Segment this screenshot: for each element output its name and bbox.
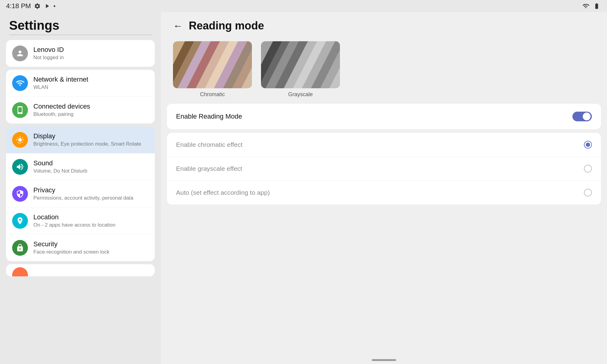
- location-subtitle: On - 2 apps have access to location: [33, 222, 115, 228]
- security-item[interactable]: Security Face-recognition and screen loc…: [6, 234, 155, 261]
- more-item[interactable]: [6, 264, 155, 276]
- location-title: Location: [33, 213, 115, 221]
- display-item[interactable]: Display Brightness, Eye protection mode,…: [6, 126, 155, 153]
- grayscale-effect-label: Enable grayscale effect: [176, 165, 242, 172]
- privacy-title: Privacy: [33, 186, 133, 194]
- auto-effect-radio[interactable]: [584, 189, 592, 197]
- privacy-item[interactable]: Privacy Permissions, account activity, p…: [6, 180, 155, 207]
- privacy-text: Privacy Permissions, account activity, p…: [33, 186, 133, 201]
- scroll-indicator: [372, 359, 396, 361]
- display-text: Display Brightness, Eye protection mode,…: [33, 132, 141, 147]
- lenovo-id-icon: [12, 46, 28, 61]
- more-icon: [12, 267, 28, 276]
- enable-reading-mode-label: Enable Reading Mode: [176, 113, 242, 120]
- toggle-knob: [583, 113, 591, 120]
- connected-devices-item[interactable]: Connected devices Bluetooth, pairing: [6, 97, 155, 123]
- swatches-row: Chromatic: [161, 38, 607, 104]
- gear-icon: [34, 3, 41, 9]
- back-button[interactable]: ←: [173, 21, 183, 31]
- reading-panel: ← Reading mode: [161, 12, 607, 364]
- sound-subtitle: Volume, Do Not Disturb: [33, 168, 87, 174]
- network-title: Network & internet: [33, 76, 88, 83]
- security-text: Security Face-recognition and screen loc…: [33, 240, 109, 255]
- chromatic-swatch-svg: [173, 41, 252, 88]
- sound-icon: [12, 159, 28, 175]
- main-settings-card: Display Brightness, Eye protection mode,…: [6, 126, 155, 261]
- lenovo-id-card: Lenovo ID Not logged in: [6, 40, 155, 67]
- time-display: 4:18 PM: [6, 2, 31, 10]
- play-icon: [44, 3, 50, 9]
- connected-devices-title: Connected devices: [33, 103, 90, 110]
- chromatic-effect-label: Enable chromatic effect: [176, 141, 242, 148]
- connected-devices-subtitle: Bluetooth, pairing: [33, 111, 90, 117]
- dot-indicator: •: [53, 3, 56, 10]
- status-icons: [582, 3, 601, 9]
- connected-devices-icon: [12, 102, 28, 118]
- lenovo-id-text: Lenovo ID Not logged in: [33, 46, 64, 61]
- settings-panel: Settings Lenovo ID Not logged in: [0, 12, 161, 364]
- reading-mode-title: Reading mode: [189, 19, 264, 32]
- grayscale-swatch-svg: [261, 41, 340, 88]
- grayscale-label: Grayscale: [288, 91, 313, 98]
- sound-text: Sound Volume, Do Not Disturb: [33, 159, 87, 174]
- reading-header: ← Reading mode: [161, 12, 607, 38]
- security-title: Security: [33, 240, 109, 248]
- sound-title: Sound: [33, 159, 87, 167]
- enable-reading-mode-toggle[interactable]: [572, 112, 592, 121]
- connected-devices-text: Connected devices Bluetooth, pairing: [33, 103, 90, 117]
- lenovo-id-item[interactable]: Lenovo ID Not logged in: [6, 40, 155, 67]
- display-subtitle: Brightness, Eye protection mode, Smart R…: [33, 141, 141, 147]
- display-icon: [12, 132, 28, 148]
- bottom-bar: [161, 356, 607, 364]
- battery-icon: [592, 3, 601, 9]
- chromatic-swatch-box: [173, 41, 252, 88]
- location-text: Location On - 2 apps have access to loca…: [33, 213, 115, 228]
- grayscale-swatch-item[interactable]: Grayscale: [261, 41, 340, 98]
- security-icon: [12, 240, 28, 256]
- settings-title: Settings: [6, 15, 155, 35]
- sound-item[interactable]: Sound Volume, Do Not Disturb: [6, 153, 155, 180]
- network-internet-item[interactable]: Network & internet WLAN: [6, 70, 155, 97]
- status-left: 4:18 PM •: [6, 2, 56, 10]
- enable-reading-mode-card: Enable Reading Mode: [167, 104, 601, 129]
- grayscale-option-row[interactable]: Enable grayscale effect: [167, 157, 601, 181]
- lenovo-id-title: Lenovo ID: [33, 46, 64, 54]
- chromatic-swatch-item[interactable]: Chromatic: [173, 41, 252, 98]
- chromatic-option-row[interactable]: Enable chromatic effect: [167, 133, 601, 157]
- location-icon: [12, 213, 28, 229]
- security-subtitle: Face-recognition and screen lock: [33, 249, 109, 255]
- display-title: Display: [33, 132, 141, 140]
- network-text: Network & internet WLAN: [33, 76, 88, 90]
- privacy-subtitle: Permissions, account activity, personal …: [33, 195, 133, 201]
- privacy-icon: [12, 186, 28, 202]
- lenovo-id-subtitle: Not logged in: [33, 55, 64, 61]
- auto-effect-label: Auto (set effect according to app): [176, 189, 270, 196]
- network-icon: [12, 75, 28, 91]
- grayscale-effect-radio[interactable]: [584, 165, 592, 173]
- chromatic-label: Chromatic: [200, 91, 225, 98]
- wifi-icon: [582, 3, 590, 9]
- chromatic-effect-radio[interactable]: [584, 141, 592, 149]
- network-subtitle: WLAN: [33, 84, 88, 90]
- reading-options-card: Enable chromatic effect Enable grayscale…: [167, 133, 601, 204]
- more-card: [6, 264, 155, 276]
- network-group-card: Network & internet WLAN Connected device…: [6, 70, 155, 123]
- location-item[interactable]: Location On - 2 apps have access to loca…: [6, 207, 155, 234]
- auto-option-row[interactable]: Auto (set effect according to app): [167, 181, 601, 204]
- settings-divider: [9, 35, 152, 35]
- main-layout: Settings Lenovo ID Not logged in: [0, 12, 607, 364]
- status-bar: 4:18 PM •: [0, 0, 607, 12]
- grayscale-swatch-box: [261, 41, 340, 88]
